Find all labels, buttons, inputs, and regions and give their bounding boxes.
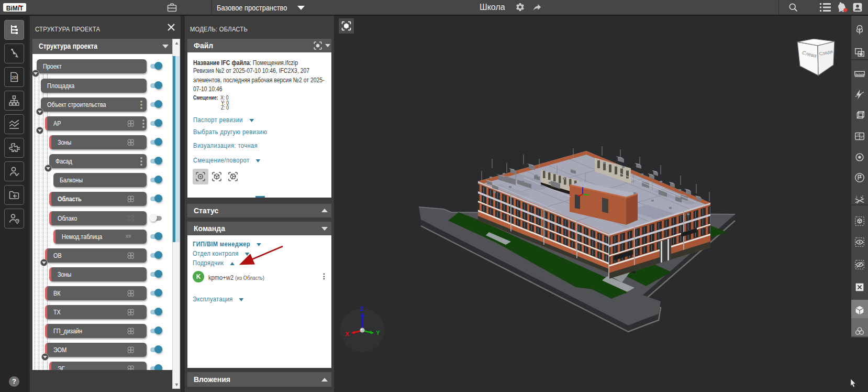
svg-text:X: X: [345, 331, 349, 337]
svg-text:Z: Z: [360, 306, 364, 312]
svg-text:1: 1: [856, 195, 858, 199]
svg-text:Y: Y: [376, 330, 380, 336]
svg-text:2D: 2D: [12, 75, 17, 80]
svg-text:2: 2: [862, 195, 863, 198]
